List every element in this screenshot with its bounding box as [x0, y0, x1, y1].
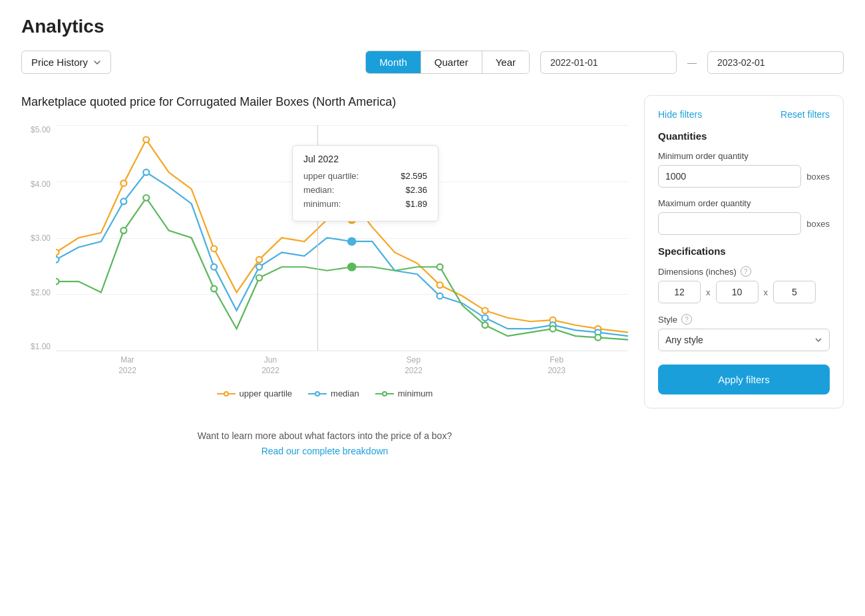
x-label-feb: Feb 2023 — [548, 355, 566, 376]
y-label-1: $1.00 — [31, 342, 51, 351]
chart-section: Marketplace quoted price for Corrugated … — [21, 95, 628, 462]
upper-quartile-dot — [56, 249, 59, 255]
cta-link[interactable]: Read our complete breakdown — [261, 446, 389, 456]
dimensions-label: Dimensions (inches) — [658, 267, 737, 277]
toolbar: Price History Month Quarter Year — — [21, 51, 844, 74]
dim-height-input[interactable] — [773, 281, 816, 303]
chart-legend: upper quartile median minimum — [21, 388, 628, 398]
median-tooltip-dot — [348, 238, 355, 245]
legend-line-median — [308, 393, 327, 394]
page-title: Analytics — [21, 16, 844, 37]
price-history-dropdown[interactable]: Price History — [21, 51, 111, 74]
quantities-title: Quantities — [658, 130, 830, 142]
upper-quartile-dot — [256, 257, 262, 263]
style-label: Style — [658, 315, 677, 325]
min-qty-input[interactable] — [658, 165, 801, 188]
dimensions-inputs: x x — [658, 281, 830, 303]
minimum-dot — [256, 275, 262, 281]
min-qty-label: Minimum order quantity — [658, 151, 830, 161]
legend-label-median: median — [331, 388, 359, 398]
minimum-tooltip-dot — [348, 263, 355, 271]
tooltip-value-minimum: $1.89 — [405, 199, 427, 209]
dim-length-input[interactable] — [658, 281, 701, 303]
max-qty-row: boxes — [658, 212, 830, 235]
tooltip-row-minimum: minimum: $1.89 — [303, 199, 427, 209]
style-select[interactable]: Any style RSC FOL Mailer — [658, 329, 830, 351]
style-label-row: Style ? — [658, 314, 830, 325]
period-month-button[interactable]: Month — [366, 51, 421, 73]
filters-header: Hide filters Reset filters — [658, 109, 830, 120]
y-label-2: $2.00 — [31, 288, 51, 297]
dimensions-help-icon[interactable]: ? — [741, 266, 751, 277]
legend-label-minimum: minimum — [398, 388, 433, 398]
median-dot — [120, 198, 126, 204]
legend-label-upper: upper quartile — [240, 388, 293, 398]
legend-line-minimum — [375, 393, 394, 394]
y-label-5: $5.00 — [31, 125, 51, 134]
cta-text: Want to learn more about what factors in… — [21, 430, 628, 441]
minimum-dot — [211, 286, 217, 292]
y-label-4: $4.00 — [31, 180, 51, 189]
dim-sep-2: x — [764, 287, 769, 297]
minimum-dot — [120, 228, 126, 233]
date-from-input[interactable] — [540, 51, 677, 74]
tooltip-label-upper: upper quartile: — [303, 171, 359, 181]
date-separator: — — [687, 57, 697, 68]
median-dot — [437, 293, 443, 299]
legend-dot-upper — [224, 391, 229, 396]
tooltip-title: Jul 2022 — [303, 154, 427, 164]
x-label-jun: Jun 2022 — [261, 355, 279, 376]
tooltip-row-upper: upper quartile: $2.595 — [303, 171, 427, 181]
tooltip-value-upper: $2.595 — [401, 171, 427, 181]
reset-filters-link[interactable]: Reset filters — [780, 109, 830, 120]
legend-line-upper — [217, 393, 236, 394]
filters-panel: Hide filters Reset filters Quantities Mi… — [644, 95, 844, 408]
minimum-dot — [437, 264, 443, 270]
tooltip-row-median: median: $2.36 — [303, 185, 427, 195]
date-to-input[interactable] — [707, 51, 844, 74]
upper-quartile-dot — [482, 307, 488, 313]
cta-section: Want to learn more about what factors in… — [21, 420, 628, 462]
dim-width-input[interactable] — [716, 281, 759, 303]
min-qty-row: boxes — [658, 165, 830, 188]
minimum-dot — [550, 326, 556, 332]
median-dot — [211, 264, 217, 270]
minimum-dot — [595, 335, 601, 341]
minimum-dot — [143, 195, 149, 201]
legend-median: median — [308, 388, 359, 398]
chevron-down-icon — [93, 59, 101, 67]
x-label-mar: Mar 2022 — [118, 355, 136, 376]
median-dot — [482, 315, 488, 321]
median-dot — [56, 257, 59, 263]
tooltip-label-minimum: minimum: — [303, 199, 341, 209]
minimum-dot — [482, 322, 488, 328]
style-help-icon[interactable]: ? — [681, 314, 692, 325]
median-dot — [256, 264, 262, 270]
legend-dot-median — [315, 391, 320, 396]
upper-quartile-dot — [143, 136, 149, 142]
legend-upper-quartile: upper quartile — [217, 388, 293, 398]
max-qty-input[interactable] — [658, 212, 801, 235]
hide-filters-link[interactable]: Hide filters — [658, 109, 702, 120]
upper-quartile-dot — [437, 282, 443, 288]
y-label-3: $3.00 — [31, 233, 51, 243]
upper-quartile-dot — [211, 246, 217, 252]
legend-minimum: minimum — [375, 388, 433, 398]
period-selector: Month Quarter Year — [365, 51, 530, 74]
upper-quartile-dot — [120, 180, 126, 186]
chart-title: Marketplace quoted price for Corrugated … — [21, 95, 628, 109]
median-dot — [143, 170, 149, 176]
apply-filters-button[interactable]: Apply filters — [658, 365, 830, 394]
chart-inner: Jul 2022 upper quartile: $2.595 median: … — [56, 125, 628, 351]
period-quarter-button[interactable]: Quarter — [421, 51, 482, 73]
x-label-sep: Sep 2022 — [405, 355, 423, 376]
max-qty-unit: boxes — [806, 219, 830, 229]
dim-sep-1: x — [706, 287, 711, 297]
period-year-button[interactable]: Year — [482, 51, 529, 73]
tooltip-label-median: median: — [303, 185, 334, 195]
y-axis-labels: $5.00 $4.00 $3.00 $2.00 $1.00 — [21, 125, 56, 351]
specs-title: Specifications — [658, 245, 830, 257]
tooltip-value-median: $2.36 — [405, 185, 427, 195]
x-axis-labels: Mar 2022 Jun 2022 Sep 2022 Feb 2023 — [56, 351, 628, 378]
dimensions-label-row: Dimensions (inches) ? — [658, 266, 830, 277]
